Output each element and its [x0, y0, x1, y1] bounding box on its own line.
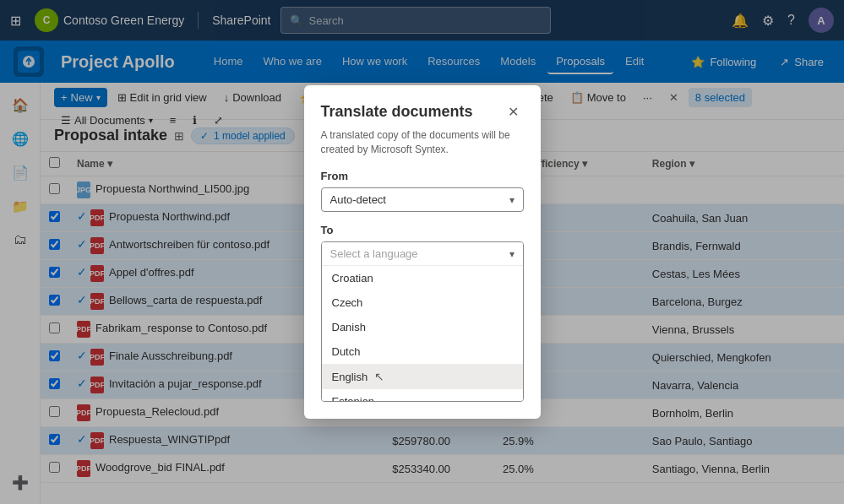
language-dropdown: Select a language ▾ CroatianCzechDanishD…: [321, 241, 524, 402]
language-list: CroatianCzechDanishDutchEnglish↖Estonian…: [322, 266, 523, 401]
language-item[interactable]: Croatian: [322, 266, 523, 290]
modal-subtitle: A translated copy of the documents will …: [321, 128, 524, 157]
language-item-label: Dutch: [332, 345, 361, 358]
lang-dropdown-header[interactable]: Select a language ▾: [322, 242, 523, 266]
to-label: To: [321, 224, 524, 236]
modal-overlay: Translate documents ✕ A translated copy …: [0, 0, 844, 504]
language-item-label: English: [332, 371, 368, 383]
from-chevron-icon: ▾: [509, 194, 515, 206]
from-select[interactable]: Auto-detect ▾: [321, 187, 524, 212]
modal-title: Translate documents: [321, 103, 473, 121]
language-item[interactable]: Dutch: [322, 339, 523, 364]
from-value: Auto-detect: [330, 193, 387, 206]
language-item[interactable]: Danish: [322, 315, 523, 339]
language-item-label: Czech: [332, 296, 363, 309]
language-item-label: Croatian: [332, 272, 373, 285]
select-placeholder: Select a language: [330, 247, 418, 260]
translate-modal: Translate documents ✕ A translated copy …: [304, 85, 541, 420]
language-item[interactable]: Estonian: [322, 389, 523, 401]
from-section: From Auto-detect ▾: [321, 170, 524, 212]
language-item-label: Danish: [332, 321, 366, 333]
language-item-label: Estonian: [332, 395, 375, 401]
language-item[interactable]: Czech: [322, 290, 523, 315]
modal-header: Translate documents ✕: [321, 102, 524, 122]
modal-close-button[interactable]: ✕: [503, 102, 524, 122]
from-label: From: [321, 170, 524, 182]
dropdown-chevron-icon: ▾: [509, 248, 515, 260]
language-item[interactable]: English↖: [322, 364, 523, 389]
to-section: To Select a language ▾ CroatianCzechDani…: [321, 224, 524, 402]
hover-cursor-icon: ↖: [374, 370, 384, 383]
